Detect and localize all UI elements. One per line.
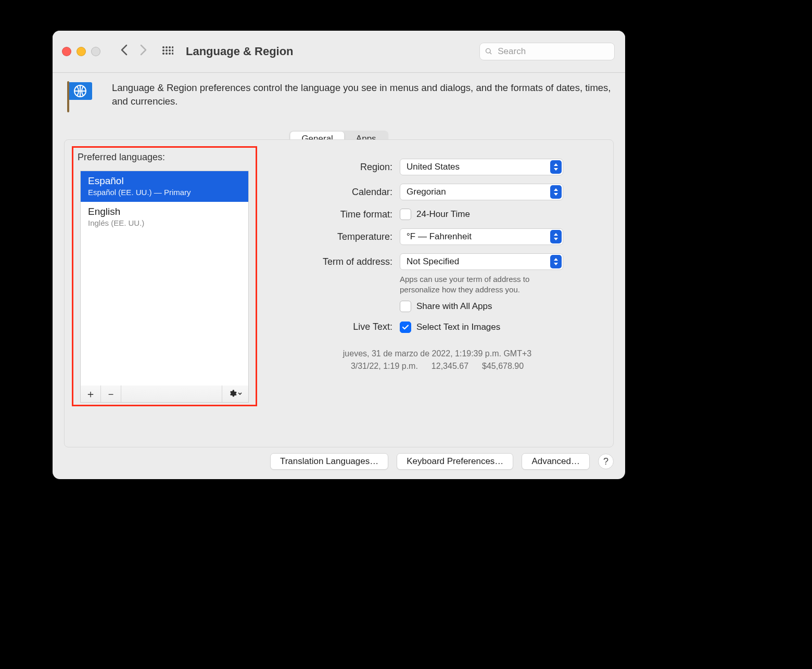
search-icon <box>485 47 492 56</box>
stepper-icon <box>550 255 562 268</box>
live-text-label: Live Text: <box>273 321 400 332</box>
general-group: Preferred languages: Español Español (EE… <box>64 139 614 447</box>
minimize-window-button[interactable] <box>77 47 86 56</box>
temperature-select[interactable]: °F — Fahrenheit <box>400 228 563 245</box>
zoom-window-button <box>91 47 100 56</box>
preferred-languages-label: Preferred languages: <box>73 148 256 165</box>
svg-point-3 <box>172 46 173 48</box>
svg-point-9 <box>166 53 168 55</box>
toolbar: Language & Region <box>53 31 625 73</box>
gear-icon <box>229 390 237 398</box>
share-with-all-apps-label: Share with All Apps <box>416 301 492 312</box>
language-region-icon <box>63 79 103 113</box>
stepper-icon <box>550 160 562 174</box>
svg-point-2 <box>169 46 171 48</box>
svg-point-1 <box>166 46 168 48</box>
sample-short-date: 3/31/22, 1:19 p.m. <box>351 360 418 373</box>
help-button[interactable]: ? <box>598 454 614 469</box>
advanced-button[interactable]: Advanced… <box>522 453 590 470</box>
stepper-icon <box>550 185 562 199</box>
add-language-button[interactable]: ＋ <box>81 385 101 402</box>
term-of-address-value: Not Specified <box>407 256 459 267</box>
language-sub: Inglés (EE. UU.) <box>88 218 241 227</box>
close-window-button[interactable] <box>62 47 71 56</box>
check-icon <box>402 324 409 331</box>
svg-point-8 <box>162 53 164 55</box>
sample-currency: $45,678.90 <box>482 360 524 373</box>
temperature-label: Temperature: <box>273 231 400 242</box>
svg-point-11 <box>172 53 173 55</box>
calendar-value: Gregorian <box>407 187 446 197</box>
temperature-value: °F — Fahrenheit <box>407 231 472 242</box>
time-format-label: Time format: <box>273 209 400 220</box>
calendar-select[interactable]: Gregorian <box>400 184 563 200</box>
format-samples: jueves, 31 de marzo de 2022, 1:19:39 p.m… <box>273 348 602 374</box>
term-of-address-select[interactable]: Not Specified <box>400 253 563 270</box>
forward-button <box>140 44 147 59</box>
sample-number: 12,345.67 <box>432 360 468 373</box>
language-name: English <box>88 206 241 217</box>
svg-point-0 <box>162 46 164 48</box>
time-format-checkbox[interactable] <box>400 209 411 220</box>
preferred-languages-list[interactable]: Español Español (EE. UU.) — Primary Engl… <box>80 171 249 386</box>
region-value: United States <box>407 162 460 172</box>
language-name: Español <box>88 175 241 187</box>
region-label: Region: <box>273 162 400 173</box>
svg-point-4 <box>162 49 164 52</box>
back-button[interactable] <box>120 44 128 59</box>
sample-long-date: jueves, 31 de marzo de 2022, 1:19:39 p.m… <box>273 348 602 361</box>
chevron-down-icon <box>238 392 242 396</box>
svg-point-6 <box>169 49 171 52</box>
stepper-icon <box>550 230 562 243</box>
live-text-value: Select Text in Images <box>416 322 500 332</box>
preferred-languages-panel: Preferred languages: Español Español (EE… <box>72 146 257 406</box>
search-field[interactable] <box>479 43 615 60</box>
live-text-checkbox[interactable] <box>400 321 411 333</box>
region-select[interactable]: United States <box>400 159 563 175</box>
language-options-menu[interactable] <box>222 385 248 402</box>
window-title: Language & Region <box>186 45 294 58</box>
language-list-toolbar: ＋ － <box>80 385 249 403</box>
share-with-all-apps-checkbox[interactable] <box>400 301 411 312</box>
remove-language-button[interactable]: － <box>101 385 121 402</box>
calendar-label: Calendar: <box>273 187 400 198</box>
nav-arrows <box>120 44 147 59</box>
keyboard-preferences-button[interactable]: Keyboard Preferences… <box>397 453 513 470</box>
language-item-english[interactable]: English Inglés (EE. UU.) <box>81 202 248 233</box>
search-input[interactable] <box>497 46 609 57</box>
term-of-address-hint: Apps can use your term of address to per… <box>400 274 572 295</box>
preferences-window: Language & Region Language & Reg <box>53 31 625 479</box>
bottom-button-bar: Translation Languages… Keyboard Preferen… <box>53 453 614 470</box>
settings-form: Region: United States Calendar: Gregoria… <box>273 159 602 442</box>
svg-point-5 <box>166 49 168 52</box>
intro-row: Language & Region preferences control th… <box>63 79 613 113</box>
show-all-icon[interactable] <box>162 46 173 57</box>
language-sub: Español (EE. UU.) — Primary <box>88 188 241 197</box>
intro-text: Language & Region preferences control th… <box>112 79 613 108</box>
time-format-value: 24-Hour Time <box>416 209 470 220</box>
svg-point-10 <box>169 53 171 55</box>
term-of-address-label: Term of address: <box>273 256 400 267</box>
translation-languages-button[interactable]: Translation Languages… <box>270 453 388 470</box>
svg-point-7 <box>172 49 173 52</box>
window-controls <box>62 47 100 56</box>
language-item-espanol[interactable]: Español Español (EE. UU.) — Primary <box>81 171 248 202</box>
